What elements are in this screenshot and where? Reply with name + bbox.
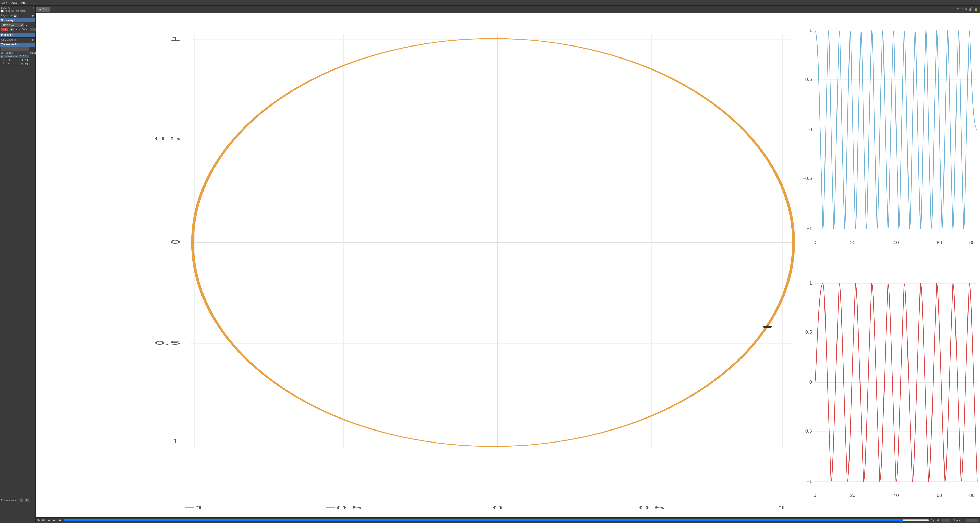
table-row[interactable]: └ y -0.406 (0, 62, 39, 66)
time-value: 97.361 (37, 519, 45, 522)
streaming-arrow[interactable]: ▶ (25, 24, 27, 27)
col-icon: ⊕ (0, 51, 5, 55)
xy-plot[interactable]: ... 1 0.5 0 −0.5 −1 −1 −0.5 0 0.5 1 (36, 13, 801, 517)
row-name: timestamp (5, 55, 19, 59)
bottom-wave-plot[interactable]: ... x/y ✕ 1 0.5 0 −0.5 −1 0 20 40 (801, 265, 980, 518)
table-row[interactable]: ▶ timestamp 213.21 (0, 55, 39, 59)
svg-rect-0 (36, 13, 801, 517)
svg-text:0.5: 0.5 (639, 505, 665, 510)
add-prefix-checkbox[interactable] (1, 10, 3, 12)
tab-add-button[interactable]: + (50, 6, 56, 12)
svg-text:0: 0 (813, 493, 816, 498)
svg-text:80: 80 (969, 493, 975, 498)
row-value: 0.914 (19, 59, 29, 62)
svg-text:0: 0 (810, 127, 812, 132)
row-expand: ▶ (0, 55, 5, 59)
custom-series-header: Custom Series: + ✎ (0, 498, 35, 502)
layout-icon2[interactable]: 💾 (14, 14, 17, 17)
row-counter: 3 of 3 (6, 52, 13, 54)
xy-plot-svg: 1 0.5 0 −0.5 −1 −1 −0.5 0 0.5 1 XY Plot (36, 13, 801, 517)
menu-tools[interactable]: Tools (10, 1, 17, 4)
top-wave-plot[interactable]: ... x/[x;y] ✕ 1 0.5 0 −0.5 −1 0 20 (801, 13, 980, 265)
svg-text:0.5: 0.5 (805, 77, 812, 82)
tab-tab2-close[interactable]: ✕ (45, 8, 47, 11)
tab-tab2[interactable]: tab2 ✕ (36, 6, 50, 12)
custom-series-label: Custom Series: (1, 499, 18, 502)
speed-input[interactable]: 1.0 (942, 519, 950, 522)
counter-cell: 3 of 3 (5, 51, 29, 55)
publishers-title: Publishers (0, 33, 35, 37)
toolbar-icon-grid[interactable]: ⊞ (961, 7, 963, 11)
toolbar-icon-lock[interactable]: 🔒 (974, 7, 978, 11)
svg-text:0: 0 (170, 239, 181, 245)
row-value: -0.406 (19, 62, 29, 66)
settings-icon[interactable]: ⚙ (19, 29, 21, 31)
custom-add-button[interactable]: + (19, 499, 23, 502)
menu-app[interactable]: App (2, 1, 7, 4)
svg-text:−0.5: −0.5 (803, 428, 812, 433)
stop-button[interactable]: Stop (1, 28, 8, 32)
step-size-label: Step size: (953, 519, 964, 522)
rec-icon[interactable]: ⏺ (15, 29, 18, 31)
menu-help[interactable]: Help (20, 1, 25, 4)
row-value: 213.21 (19, 55, 29, 59)
add-prefix-label: Add prefix and merge (5, 10, 27, 12)
svg-text:0: 0 (810, 379, 812, 384)
toolbar-stop-button[interactable]: ⏹ (58, 519, 62, 522)
row-name: y (5, 62, 19, 66)
top-wave-svg: 1 0.5 0 −0.5 −1 0 20 40 60 80 (801, 13, 980, 265)
right-panel: ... x/[x;y] ✕ 1 0.5 0 −0.5 −1 0 20 (801, 13, 980, 517)
svg-text:1: 1 (810, 280, 812, 285)
table-header: ⊕ 3 of 3 Values (0, 51, 39, 55)
table-row[interactable]: └ X 0.914 (0, 59, 39, 62)
timeseries-title: Timeseries List (0, 43, 35, 46)
svg-text:1: 1 (170, 36, 181, 41)
filter-input[interactable]: Filter... (1, 47, 29, 51)
svg-text:20: 20 (850, 493, 855, 498)
layout-icon1[interactable]: ⊕ (11, 14, 13, 17)
svg-text:−1: −1 (807, 226, 812, 231)
custom-series-section: Custom Series: + ✎ (0, 498, 35, 523)
data-label: Data: (1, 6, 7, 9)
tab-tab2-label: tab2 (38, 8, 44, 11)
toolbar-icon-chain[interactable]: 🔗 (969, 7, 973, 11)
rewind-button[interactable]: ⏮ (47, 519, 51, 522)
svg-text:1: 1 (777, 505, 788, 510)
toolbar-icon-link[interactable]: ⊕ (957, 7, 959, 11)
csv-arrow[interactable]: ▶ (32, 38, 35, 41)
step-size-input[interactable]: 0.000 (966, 519, 978, 522)
svg-text:1: 1 (810, 28, 812, 33)
layout-arrow[interactable]: ▶ (32, 14, 35, 17)
udp-server-select[interactable]: UDP Server (1, 23, 24, 27)
svg-text:−1: −1 (159, 438, 180, 444)
menubar: App Tools Help (0, 0, 980, 6)
data-icon1[interactable]: ⊕ (8, 6, 10, 9)
data-icon2[interactable]: ↺ (32, 6, 35, 9)
csv-exporter-label: CSV Exporter (1, 38, 17, 41)
layout-section: Layout: ⊕ 💾 ▶ (0, 13, 35, 18)
main-layout: Data: ⊕ ↺ Add prefix and merge Layout: ⊕… (0, 6, 980, 523)
svg-text:−0.5: −0.5 (325, 505, 362, 510)
data-section: Data: ⊕ ↺ Add prefix and merge (0, 6, 35, 13)
sidebar: Data: ⊕ ↺ Add prefix and merge Layout: ⊕… (0, 6, 36, 523)
timeline-slider[interactable] (64, 519, 929, 522)
svg-text:80: 80 (969, 240, 975, 245)
custom-edit-button[interactable]: ✎ (24, 499, 29, 502)
play-button[interactable]: ▶ (53, 519, 56, 522)
toolbar-icon-copy[interactable]: ⧉ (965, 7, 967, 11)
svg-text:0.5: 0.5 (154, 136, 181, 141)
svg-text:0: 0 (813, 240, 816, 245)
tabbar: tab2 ✕ + ⊕ ⊞ ⧉ 🔗 🔒 (36, 6, 980, 13)
svg-text:−0.5: −0.5 (143, 340, 180, 346)
svg-text:0: 0 (493, 505, 503, 510)
bottom-toolbar: 97.361 ⏮ ▶ ⏹ Speed: 1.0 Step size: 0.000 (36, 517, 980, 523)
pause-button[interactable]: ⏸ (10, 28, 14, 32)
svg-text:−1: −1 (807, 478, 812, 484)
svg-point-23 (763, 325, 772, 328)
streaming-title: Streaming (0, 18, 35, 22)
streaming-section: Streaming UDP Server ▶ Stop ⏸ ⏺ ⚙ Buffer… (0, 18, 35, 32)
speed-label: Speed: (931, 519, 939, 522)
publishers-section: Publishers (0, 32, 35, 38)
svg-text:60: 60 (937, 493, 942, 498)
timeseries-section: Timeseries List Filter... ⊕ 3 of 3 Value… (0, 42, 35, 67)
